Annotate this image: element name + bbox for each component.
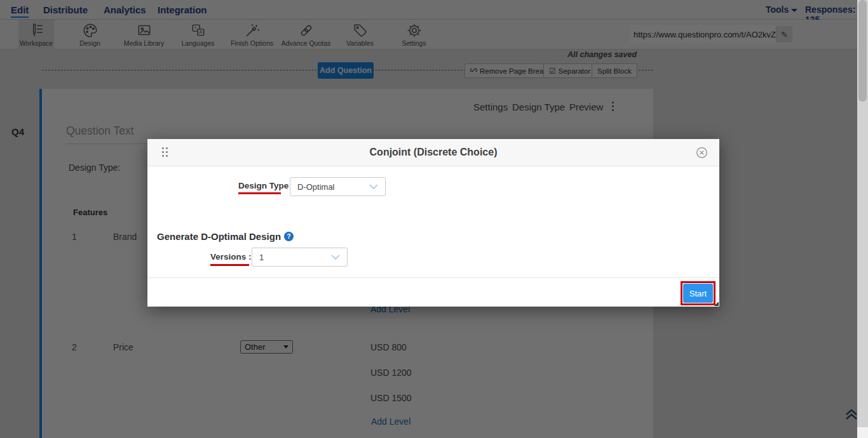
start-button[interactable]: Start bbox=[683, 284, 713, 303]
page-scrollbar[interactable] bbox=[857, 0, 868, 438]
generate-design-label: Generate D-Optimal Design? bbox=[157, 231, 294, 242]
chevron-down-icon bbox=[331, 255, 340, 260]
questionpro-survey-editor: Edit Distribute Analytics Integration To… bbox=[0, 0, 868, 438]
modal-footer bbox=[147, 277, 719, 307]
design-type-dropdown[interactable]: D-Optimal bbox=[290, 177, 386, 196]
versions-annotation-underline bbox=[210, 264, 249, 266]
start-button-annotation: Start bbox=[681, 281, 715, 305]
scrollbar-thumb[interactable] bbox=[858, 0, 867, 102]
modal-title: Conjoint (Discrete Choice) bbox=[147, 147, 719, 158]
scrollbar-corner bbox=[857, 427, 868, 438]
help-icon[interactable]: ? bbox=[284, 232, 294, 241]
generate-design-text: Generate D-Optimal Design bbox=[157, 231, 281, 242]
resize-grip-icon[interactable] bbox=[714, 302, 719, 306]
modal-design-type-label: Design Type bbox=[238, 181, 288, 190]
chevron-down-icon bbox=[369, 184, 378, 189]
design-type-value: D-Optimal bbox=[297, 182, 335, 192]
close-icon[interactable] bbox=[696, 147, 708, 161]
versions-label: Versions : bbox=[210, 252, 252, 262]
conjoint-settings-modal: Conjoint (Discrete Choice) Design Type D… bbox=[147, 139, 719, 307]
design-type-annotation-underline bbox=[238, 192, 281, 194]
modal-header: Conjoint (Discrete Choice) bbox=[147, 139, 719, 166]
versions-dropdown[interactable]: 1 bbox=[252, 248, 348, 267]
versions-value: 1 bbox=[259, 253, 264, 262]
